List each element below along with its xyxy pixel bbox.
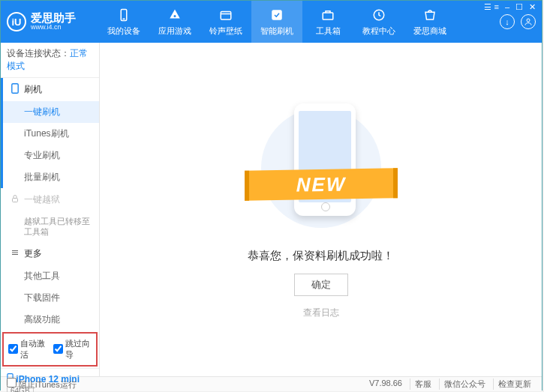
version-label: V7.98.66	[365, 379, 407, 390]
side-item[interactable]: 专业刷机	[3, 145, 99, 166]
success-illustration: NEW	[239, 100, 404, 235]
nav-item-5[interactable]: 教程中心	[353, 1, 404, 43]
svg-point-2	[174, 15, 176, 17]
nav-item-4[interactable]: 工具箱	[302, 1, 353, 43]
side-item[interactable]: 高级功能	[3, 309, 99, 331]
svg-rect-3	[221, 12, 231, 20]
minimize-button[interactable]: –	[505, 2, 509, 12]
auto-activate-checkbox[interactable]: 自动激活	[8, 338, 47, 361]
nav-item-1[interactable]: 应用游戏	[149, 1, 200, 43]
skip-setup-checkbox[interactable]: 跳过向导	[53, 338, 92, 361]
nav-icon	[321, 7, 335, 23]
app-name: 爱思助手	[31, 12, 76, 25]
nav-icon	[219, 7, 233, 23]
nav-item-2[interactable]: 铃声壁纸	[200, 1, 251, 43]
confirm-button[interactable]: 确定	[294, 274, 348, 296]
view-log-link[interactable]: 查看日志	[303, 307, 339, 319]
side-group-more[interactable]: 更多	[3, 242, 99, 265]
side-group-phone[interactable]: 刷机	[3, 78, 99, 101]
user-icon[interactable]	[521, 14, 536, 29]
svg-point-7	[527, 19, 530, 22]
success-message: 恭喜您，保资料刷机成功啦！	[248, 249, 394, 263]
lock-icon	[11, 194, 20, 205]
window-controls: ☰ ≡ – ☐ ✕	[484, 1, 536, 13]
side-item[interactable]: 一键刷机	[3, 101, 99, 123]
block-itunes-checkbox[interactable]: 阻止iTunes运行	[7, 378, 77, 391]
nav-icon	[372, 7, 386, 23]
main-content: NEW 恭喜您，保资料刷机成功啦！ 确定 查看日志	[100, 43, 542, 376]
footer: 阻止iTunes运行 V7.98.66 客服 微信公众号 检查更新	[1, 376, 542, 391]
nav-icon	[423, 7, 437, 23]
logo-icon: iU	[7, 12, 26, 31]
footer-link-wechat[interactable]: 微信公众号	[439, 379, 490, 390]
svg-rect-8	[12, 84, 18, 94]
nav-label: 铃声壁纸	[209, 25, 242, 37]
svg-rect-9	[13, 199, 18, 202]
header: iU 爱思助手 www.i4.cn 我的设备应用游戏铃声壁纸智能刷机工具箱教程中…	[1, 1, 542, 43]
download-icon[interactable]: ↓	[500, 14, 515, 29]
close-button[interactable]: ✕	[529, 2, 536, 12]
side-item[interactable]: 其他工具	[3, 265, 99, 287]
nav-label: 工具箱	[316, 25, 341, 37]
nav-label: 我的设备	[107, 25, 140, 37]
menu-icon[interactable]: ☰ ≡	[484, 2, 498, 12]
more-icon	[11, 248, 20, 259]
nav-icon	[270, 7, 284, 23]
side-note: 越狱工具已转移至工具箱	[3, 211, 99, 242]
svg-rect-4	[272, 10, 282, 20]
flash-options-highlight: 自动激活 跳过向导	[2, 332, 98, 367]
nav-label: 教程中心	[362, 25, 395, 37]
side-item[interactable]: 下载固件	[3, 287, 99, 309]
maximize-button[interactable]: ☐	[515, 2, 523, 12]
logo: iU 爱思助手 www.i4.cn	[1, 1, 98, 43]
nav-label: 爱思商城	[413, 25, 446, 37]
connection-status: 设备连接状态：正常模式	[1, 43, 99, 78]
nav-icon	[168, 7, 182, 23]
phone-icon	[11, 83, 20, 96]
side-item[interactable]: iTunes刷机	[3, 123, 99, 145]
side-item[interactable]: 批量刷机	[3, 166, 99, 188]
top-nav: 我的设备应用游戏铃声壁纸智能刷机工具箱教程中心爱思商城	[98, 1, 500, 43]
sidebar: 设备连接状态：正常模式 刷机一键刷机iTunes刷机专业刷机批量刷机一键越狱越狱…	[1, 43, 100, 376]
footer-link-update[interactable]: 检查更新	[493, 379, 536, 390]
nav-item-3[interactable]: 智能刷机	[251, 1, 302, 43]
side-group-lock[interactable]: 一键越狱	[3, 188, 99, 211]
new-ribbon: NEW	[245, 168, 398, 201]
nav-label: 智能刷机	[260, 25, 293, 37]
nav-item-6[interactable]: 爱思商城	[404, 1, 455, 43]
svg-rect-5	[323, 13, 333, 19]
nav-label: 应用游戏	[158, 25, 191, 37]
nav-item-0[interactable]: 我的设备	[98, 1, 149, 43]
footer-link-support[interactable]: 客服	[410, 379, 436, 390]
app-url: www.i4.cn	[31, 24, 76, 31]
nav-icon	[117, 7, 131, 23]
